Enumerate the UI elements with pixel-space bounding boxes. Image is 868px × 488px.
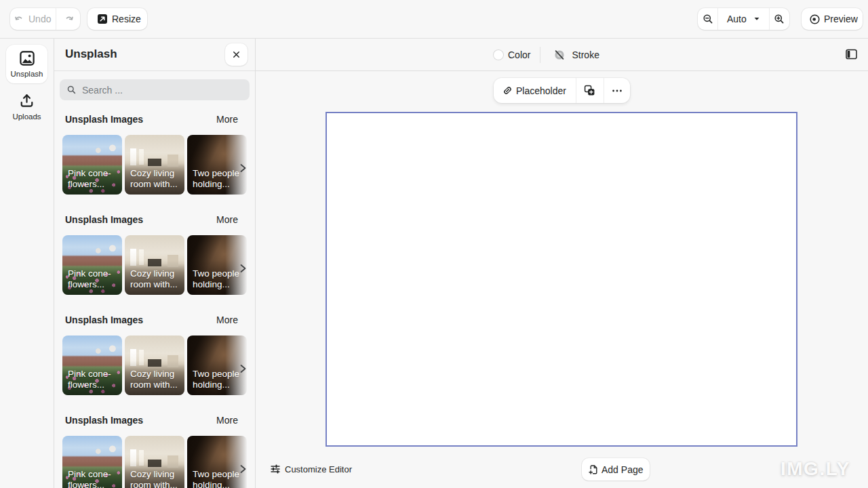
rail-item-uploads[interactable]: Uploads — [0, 93, 54, 121]
thumb-caption: Pink cone-flowers... — [68, 268, 121, 290]
preview-button[interactable]: Preview — [802, 8, 863, 30]
resize-label: Resize — [112, 14, 141, 24]
row-scroll-chevron-icon[interactable] — [239, 163, 248, 174]
duplicate-button[interactable] — [576, 78, 604, 103]
redo-button[interactable] — [56, 8, 80, 30]
stroke-none-icon — [554, 49, 565, 60]
search-input[interactable]: Search ... — [60, 79, 250, 100]
placeholder-label: Placeholder — [516, 85, 566, 96]
unsplash-image-thumb[interactable]: Cozy livingroom with... — [125, 336, 184, 395]
chevron-down-icon — [753, 16, 760, 22]
unsplash-image-thumb[interactable]: Cozy livingroom with... — [125, 135, 184, 195]
asset-section: Unsplash Images More Pink cone-flowers..… — [54, 113, 255, 195]
undo-icon — [14, 14, 25, 24]
undo-button[interactable]: Undo — [10, 8, 56, 30]
divider — [540, 47, 540, 63]
ellipsis-icon — [612, 85, 623, 96]
thumb-caption: Cozy livingroom with... — [130, 168, 183, 190]
color-label: Color — [508, 49, 530, 60]
asset-sections: Unsplash Images More Pink cone-flowers..… — [54, 113, 255, 488]
unsplash-image-thumb[interactable]: Cozy livingroom with... — [125, 235, 184, 295]
thumb-caption: Cozy livingroom with... — [130, 268, 183, 290]
row-scroll-chevron-icon[interactable] — [239, 364, 248, 374]
duplicate-plus-icon — [584, 85, 595, 96]
zoom-level-dropdown[interactable]: Auto — [718, 8, 769, 30]
thumbnail-row: Pink cone-flowers...Cozy livingroom with… — [62, 235, 255, 295]
rail-item-uploads-label: Uploads — [12, 113, 41, 121]
asset-section: Unsplash Images More Pink cone-flowers..… — [54, 314, 255, 395]
preview-label: Preview — [824, 14, 858, 24]
sidebar-toggle-icon — [846, 49, 857, 60]
link-icon — [502, 85, 513, 96]
panel-title: Unsplash — [65, 47, 117, 61]
preview-icon — [809, 14, 821, 25]
design-page[interactable] — [326, 112, 797, 447]
asset-section: Unsplash Images More Pink cone-flowers..… — [54, 214, 255, 295]
section-title: Unsplash Images — [65, 214, 143, 225]
section-more-link[interactable]: More — [216, 415, 238, 426]
unsplash-image-thumb[interactable]: Pink cone-flowers... — [62, 235, 122, 295]
zoom-in-icon — [774, 14, 785, 24]
section-more-link[interactable]: More — [216, 314, 238, 325]
section-header: Unsplash Images More — [65, 214, 238, 225]
thumb-caption: Pink cone-flowers... — [68, 369, 121, 390]
add-page-button[interactable]: Add Page — [582, 458, 650, 481]
toggle-right-panel-button[interactable] — [846, 49, 857, 60]
top-toolbar: Undo Resize Auto Preview — [0, 0, 868, 39]
zoom-controls: Auto — [698, 8, 789, 30]
customize-sliders-icon — [270, 464, 281, 474]
resize-icon — [97, 14, 108, 24]
row-fade-overlay — [225, 436, 255, 488]
history-group: Undo — [10, 8, 80, 30]
color-control[interactable]: Color — [493, 49, 530, 60]
photo-icon — [19, 50, 35, 66]
customize-editor-button[interactable]: Customize Editor — [270, 464, 352, 474]
panel-close-button[interactable] — [225, 43, 248, 66]
unsplash-image-thumb[interactable]: Pink cone-flowers... — [62, 336, 122, 395]
undo-label: Undo — [28, 14, 51, 24]
rail-item-unsplash-label: Unsplash — [11, 70, 43, 78]
close-icon — [231, 49, 241, 60]
section-title: Unsplash Images — [65, 114, 143, 125]
section-more-link[interactable]: More — [216, 214, 238, 225]
zoom-out-icon — [703, 14, 713, 24]
unsplash-asset-panel: Unsplash Search ... Unsplash Images More… — [54, 39, 256, 488]
section-more-link[interactable]: More — [216, 114, 238, 125]
rail-item-unsplash[interactable]: Unsplash — [6, 45, 47, 83]
search-placeholder: Search ... — [82, 85, 123, 96]
stroke-control[interactable]: Stroke — [554, 49, 599, 60]
asset-library-rail: Unsplash Uploads — [0, 39, 54, 488]
section-title: Unsplash Images — [65, 415, 143, 426]
search-icon — [66, 85, 77, 95]
add-page-icon — [588, 464, 599, 475]
fill-stroke-controls: Color Stroke — [493, 39, 599, 70]
more-options-button[interactable] — [604, 78, 630, 103]
zoom-level-value: Auto — [727, 14, 747, 24]
redo-icon — [63, 14, 74, 24]
thumb-caption: Pink cone-flowers... — [68, 469, 121, 488]
thumbnail-row: Pink cone-flowers...Cozy livingroom with… — [62, 135, 255, 195]
add-page-label: Add Page — [601, 464, 644, 475]
zoom-in-button[interactable] — [770, 8, 789, 30]
row-scroll-chevron-icon[interactable] — [239, 264, 248, 274]
panel-header: Unsplash — [54, 39, 255, 71]
row-scroll-chevron-icon[interactable] — [239, 464, 248, 474]
placeholder-button[interactable]: Placeholder — [494, 78, 576, 103]
section-header: Unsplash Images More — [65, 314, 238, 325]
upload-icon — [19, 93, 35, 108]
unsplash-image-thumb[interactable]: Cozy livingroom with... — [125, 436, 184, 488]
thumb-caption: Cozy livingroom with... — [130, 369, 183, 390]
unsplash-image-thumb[interactable]: Pink cone-flowers... — [62, 135, 122, 195]
inspector-bar: Color Stroke — [256, 39, 868, 71]
zoom-out-button[interactable] — [698, 8, 717, 30]
thumbnail-row: Pink cone-flowers...Cozy livingroom with… — [62, 436, 255, 488]
stroke-label: Stroke — [572, 49, 599, 60]
section-header: Unsplash Images More — [65, 414, 238, 426]
customize-editor-label: Customize Editor — [285, 464, 352, 474]
unsplash-image-thumb[interactable]: Pink cone-flowers... — [62, 436, 122, 488]
section-header: Unsplash Images More — [65, 113, 238, 125]
resize-button[interactable]: Resize — [87, 8, 147, 30]
thumb-caption: Cozy livingroom with... — [130, 469, 183, 488]
imgly-watermark: IMG.LY — [781, 458, 850, 480]
thumb-caption: Pink cone-flowers... — [68, 168, 121, 190]
